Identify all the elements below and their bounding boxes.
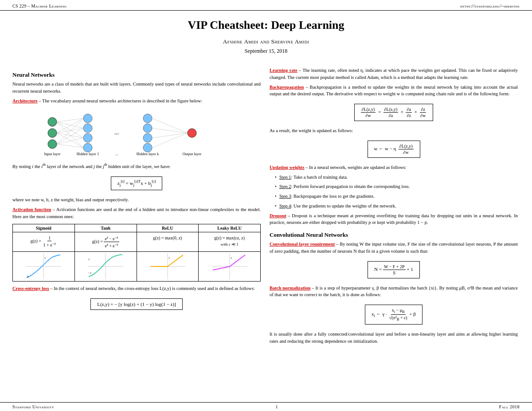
backprop-keyword: Backpropagation <box>270 85 304 90</box>
conv-formula: N = W − F + 2P S + 1 <box>368 261 420 278</box>
right-column: Learning rate – The learning rate, often… <box>270 67 518 348</box>
svg-text:1: 1 <box>231 256 232 260</box>
svg-point-5 <box>83 133 92 142</box>
weight-note: where we note w, b, z the weight, bias a… <box>12 196 261 204</box>
page: CS 229 – Machine Learning https://stanfo… <box>0 0 532 411</box>
batch-norm-note: It is usually done after a fully connect… <box>270 331 518 345</box>
leaky-relu-note: with ε ≪ 1 <box>201 242 258 247</box>
svg-point-28 <box>188 129 196 137</box>
svg-point-23 <box>143 143 152 152</box>
svg-point-3 <box>83 114 92 123</box>
leaky-relu-header: Leaky ReLU <box>199 224 261 232</box>
title-section: VIP Cheatsheet: Deep Learning Afshine Am… <box>0 11 532 63</box>
relu-graph: 1 <box>137 251 199 281</box>
cross-entropy-text: – In the context of neural networks, the… <box>49 286 255 291</box>
svg-line-17 <box>57 138 83 144</box>
nn-svg: ... Input layer Hidden layer 1 <box>30 109 243 157</box>
learning-rate-text: – The learning rate, often noted η, indi… <box>270 68 518 80</box>
backprop-paragraph: Backpropagation – Backpropagation is a m… <box>270 84 518 98</box>
conv-layer-keyword: Convolutional layer requirement <box>270 242 335 247</box>
date: September 15, 2018 <box>0 48 532 55</box>
svg-line-25 <box>152 128 188 133</box>
svg-text:...: ... <box>115 152 118 156</box>
step-3: Step 3: Backpropagate the loss to get th… <box>275 193 518 200</box>
header-left: CS 229 – Machine Learning <box>12 4 67 8</box>
step-3-label: Step 3 <box>279 194 291 199</box>
svg-text:0: 0 <box>27 275 29 278</box>
svg-point-0 <box>48 117 57 126</box>
leaky-relu-formula: g(z) = max(εz, z) with ε ≪ 1 <box>199 232 261 251</box>
layer-formula: zj[i] = wj[i]Tx + bj[i] <box>111 176 162 191</box>
relu-header: ReLU <box>137 224 199 232</box>
step-2: Step 2: Perform forward propagation to o… <box>275 183 518 190</box>
architecture-paragraph: Architecture – The vocabulary around neu… <box>12 98 261 105</box>
footer-center: 1 <box>54 404 499 409</box>
left-column: Neural Networks Neural networks are a cl… <box>12 67 261 348</box>
header-right: https://stanford.edu/~shervins <box>460 4 520 8</box>
cross-entropy-formula-box: L(z,y) = − [y log(z) + (1 − y) log(1 − z… <box>12 295 261 313</box>
cross-entropy-paragraph: Cross-entropy loss – In the context of n… <box>12 285 261 292</box>
step-2-label: Step 2 <box>279 184 291 189</box>
tanh-header: Tanh <box>74 224 137 232</box>
architecture-text: – The vocabulary around neural networks … <box>38 98 203 103</box>
learning-rate-paragraph: Learning rate – The learning rate, often… <box>270 67 518 81</box>
svg-text:1: 1 <box>168 256 170 260</box>
learning-rate-keyword: Learning rate <box>270 68 297 73</box>
main-content: Neural Networks Neural networks are a cl… <box>0 63 532 365</box>
sigmoid-header: Sigmoid <box>13 224 75 232</box>
dropout-paragraph: Dropout – Dropout is a technique meant a… <box>270 212 518 227</box>
step-4-label: Step 4 <box>279 204 291 208</box>
backprop-formula: ∂L(z,y) ∂w = ∂L(z,y) ∂a × ∂a ∂z <box>354 104 434 121</box>
neural-networks-title: Neural Networks <box>12 71 261 78</box>
activation-paragraph: Activation function – Activation functio… <box>12 206 261 220</box>
weight-update-formula: w ← w − η ∂L(z,y) ∂w <box>368 141 420 158</box>
svg-point-1 <box>48 129 57 137</box>
footer-right: Fall 2018 <box>499 404 520 409</box>
svg-point-21 <box>143 124 152 133</box>
architecture-keyword: Architecture <box>12 98 38 103</box>
activation-table: Sigmoid Tanh ReLU Leaky ReLU g(z) = 11 +… <box>12 224 261 282</box>
leaky-relu-graph: 1 <box>199 251 261 281</box>
batch-norm-paragraph: Batch normalization – It is a step of hy… <box>270 285 518 299</box>
cross-entropy-keyword: Cross-entropy loss <box>12 286 49 291</box>
svg-text:1: 1 <box>44 256 46 260</box>
main-title: VIP Cheatsheet: Deep Learning <box>0 19 532 32</box>
dropout-keyword: Dropout <box>270 213 286 218</box>
footer-left: Stanford University <box>12 404 54 409</box>
step-3-text: Backpropagate the loss to get the gradie… <box>293 194 375 199</box>
svg-point-2 <box>48 140 57 149</box>
layer-formula-box: zj[i] = wj[i]Tx + bj[i] <box>12 173 261 194</box>
page-header: CS 229 – Machine Learning https://stanfo… <box>0 0 532 11</box>
layer-notation: By noting i the ith layer of the network… <box>12 162 261 170</box>
svg-point-4 <box>83 124 92 133</box>
step-1: Step 1: Take a batch of training data. <box>275 174 518 181</box>
relu-formula: g(z) = max(0, z) <box>137 232 199 251</box>
sigmoid-graph: 0 1 <box>13 251 75 281</box>
svg-text:...: ... <box>114 129 119 136</box>
cnn-title: Convolutional Neural Networks <box>270 231 518 239</box>
svg-text:Hidden layer 1: Hidden layer 1 <box>77 152 99 156</box>
neural-networks-p1: Neural networks are a class of models th… <box>12 81 261 95</box>
backprop-text: – Backpropagation is a method to update … <box>270 85 518 97</box>
tanh-formula: g(z) = ez − e−zez + e−z <box>74 232 137 251</box>
step-4: Step 4: Use the gradients to update the … <box>275 203 518 210</box>
sigmoid-formula: g(z) = 11 + e−z <box>13 232 75 251</box>
step-2-text: Perform forward propagation to obtain th… <box>293 184 410 189</box>
batch-norm-formula: xi ← γ · xi − μB √(σ²B + ε) + β <box>365 305 422 325</box>
step-1-text: Take a batch of training data. <box>293 175 348 180</box>
step-1-label: Step 1 <box>279 175 291 180</box>
svg-point-22 <box>143 133 152 142</box>
updating-weights-paragraph: Updating weights – In a neural network, … <box>270 164 518 171</box>
svg-line-26 <box>152 133 188 138</box>
conv-layer-paragraph: Convolutional layer requirement – By not… <box>270 241 518 255</box>
svg-point-20 <box>143 114 152 123</box>
batch-norm-keyword: Batch normalization <box>270 286 310 290</box>
backprop-formula-box: ∂L(z,y) ∂w = ∂L(z,y) ∂a × ∂a ∂z <box>270 100 518 125</box>
page-footer: Stanford University 1 Fall 2018 <box>0 402 532 411</box>
svg-line-27 <box>152 133 188 148</box>
step-4-text: Use the gradients to update the weights … <box>293 204 396 208</box>
backprop-note: As a result, the weight is updated as fo… <box>270 127 518 134</box>
dropout-text: – Dropout is a technique meant at preven… <box>270 213 518 225</box>
svg-line-18 <box>57 144 83 148</box>
steps-list: Step 1: Take a batch of training data. S… <box>275 174 518 210</box>
